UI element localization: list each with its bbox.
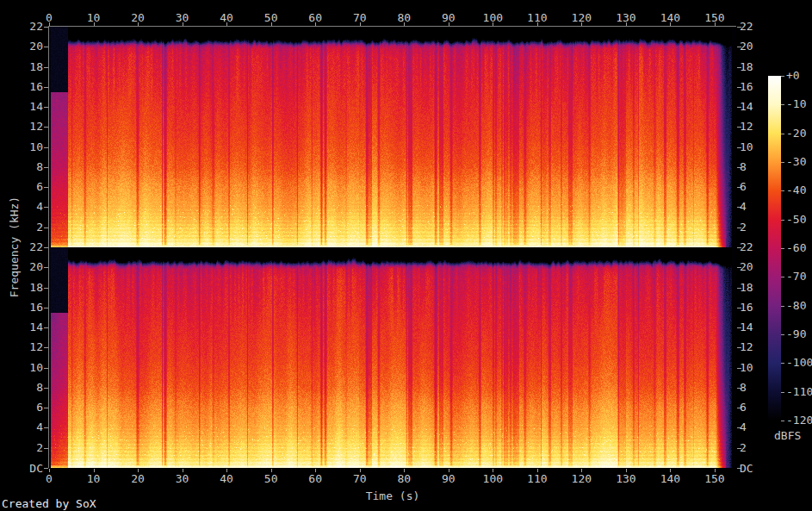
time-tick-label: 60 <box>308 12 322 23</box>
frequency-tick-label: 6 <box>15 181 43 192</box>
colorbar-tick <box>781 306 784 307</box>
time-tick-label: 120 <box>572 12 592 23</box>
frequency-tick-label: 22 <box>740 241 753 252</box>
frequency-tick-label: 16 <box>740 81 753 92</box>
time-tick-label: 140 <box>660 12 680 23</box>
frequency-tick <box>44 267 48 268</box>
frequency-tick <box>44 127 48 128</box>
frequency-tick-label: 8 <box>740 161 747 172</box>
frequency-tick-label: 12 <box>15 341 43 352</box>
colorbar-tick <box>781 277 784 277</box>
frequency-tick <box>44 468 48 469</box>
frequency-tick-label: 2 <box>740 221 747 233</box>
frequency-tick <box>44 167 48 168</box>
colorbar-tick <box>781 76 784 77</box>
time-tick-label: 130 <box>616 12 635 23</box>
frequency-tick <box>44 427 48 428</box>
frequency-tick-label: 10 <box>15 362 43 373</box>
frequency-tick-label: 14 <box>740 321 753 333</box>
time-tick-label: 70 <box>353 473 367 484</box>
time-tick-label: 30 <box>176 473 189 484</box>
frequency-tick-label: 14 <box>15 101 43 112</box>
time-tick-label: 150 <box>704 473 724 484</box>
frequency-tick <box>44 308 48 308</box>
colorbar-tick-label: -40 <box>786 184 806 196</box>
colorbar-tick-label: -120 <box>786 414 812 426</box>
frequency-tick-label: 12 <box>15 121 43 132</box>
colorbar-tick-label: -60 <box>786 242 806 253</box>
frequency-tick-label: 12 <box>740 121 753 132</box>
frequency-tick-label: 16 <box>15 302 43 313</box>
colorbar-tick-label: -70 <box>786 271 806 282</box>
colorbar-gradient <box>768 76 781 421</box>
frequency-tick-label: 4 <box>740 421 747 433</box>
frequency-dc-label: DC <box>15 463 43 474</box>
time-tick-label: 10 <box>87 473 101 484</box>
time-tick-label: 40 <box>220 12 233 23</box>
colorbar-tick <box>781 220 784 221</box>
colorbar-tick <box>781 248 784 249</box>
frequency-tick-label: 10 <box>15 141 43 153</box>
time-tick-label: 30 <box>176 12 189 23</box>
colorbar-tick-label: -20 <box>786 128 806 139</box>
frequency-tick-label: 20 <box>740 261 753 272</box>
time-tick-label: 0 <box>46 12 53 23</box>
colorbar-tick <box>781 421 784 421</box>
frequency-tick <box>44 107 48 108</box>
frequency-tick-label: 20 <box>15 261 43 272</box>
frequency-tick-label: 18 <box>15 61 43 72</box>
frequency-tick-label: 2 <box>740 442 747 453</box>
frequency-tick-label: 12 <box>740 341 753 352</box>
frequency-tick-label: 14 <box>740 101 753 112</box>
time-tick-label: 70 <box>353 12 367 23</box>
frequency-tick <box>44 147 48 148</box>
frequency-tick-label: 18 <box>15 282 43 293</box>
frequency-tick-label: 22 <box>15 241 43 252</box>
time-tick-label: 50 <box>264 473 278 484</box>
frequency-tick-label: 10 <box>740 141 753 153</box>
time-tick-label: 90 <box>442 473 456 484</box>
colorbar-tick-label: -90 <box>786 328 806 340</box>
spectrogram-right-channel <box>49 247 736 468</box>
time-tick-label: 140 <box>660 473 680 484</box>
colorbar-tick <box>781 392 784 393</box>
frequency-tick <box>44 187 48 188</box>
frequency-tick <box>44 67 48 68</box>
time-tick-label: 80 <box>397 473 411 484</box>
frequency-tick-label: 6 <box>740 402 747 413</box>
time-tick-label: 120 <box>572 473 592 484</box>
frequency-tick-label: 10 <box>740 362 753 373</box>
time-axis-title: Time (s) <box>49 490 736 502</box>
frequency-tick-label: 20 <box>15 41 43 52</box>
frequency-tick-label: 4 <box>15 421 43 433</box>
colorbar-tick-label: +0 <box>786 70 800 81</box>
frequency-tick <box>44 227 48 228</box>
frequency-tick-label: 4 <box>740 201 747 212</box>
frequency-tick <box>44 448 48 449</box>
colorbar-tick <box>781 334 784 335</box>
frequency-tick-label: 22 <box>740 21 753 32</box>
frequency-tick <box>44 247 48 248</box>
colorbar-tick-label: -30 <box>786 156 806 167</box>
frequency-tick-label: 8 <box>740 382 747 393</box>
frequency-tick-label: 8 <box>15 161 43 172</box>
colorbar-tick-label: -110 <box>786 386 812 397</box>
sox-spectrogram-image: Frequency (kHz) 001010202030304040505060… <box>0 0 812 511</box>
frequency-tick <box>44 408 48 408</box>
colorbar-tick-label: -50 <box>786 214 806 225</box>
colorbar-tick-label: -10 <box>786 98 806 109</box>
time-tick-label: 90 <box>442 12 456 23</box>
time-tick-label: 50 <box>264 12 278 23</box>
frequency-tick-label: 20 <box>740 41 753 52</box>
frequency-tick <box>44 27 48 28</box>
time-tick-label: 20 <box>131 473 145 484</box>
time-tick-label: 10 <box>87 12 101 23</box>
frequency-tick <box>44 207 48 208</box>
spectrogram-left-channel <box>49 27 736 247</box>
colorbar-tick <box>781 363 784 364</box>
frequency-tick-label: 8 <box>15 382 43 393</box>
frequency-tick-label: 16 <box>15 81 43 92</box>
colorbar-tick <box>781 190 784 191</box>
time-tick-label: 60 <box>308 473 322 484</box>
credit: Created by SoX <box>2 498 96 509</box>
